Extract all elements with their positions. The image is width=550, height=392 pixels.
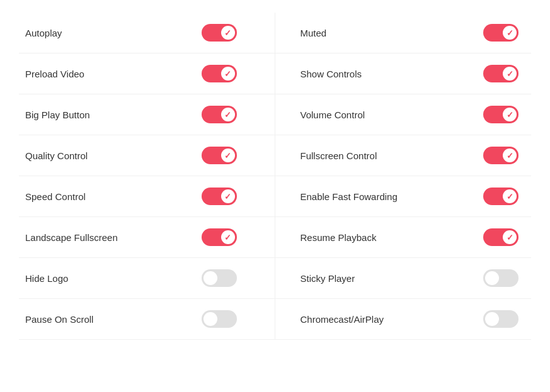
toggle-knob-speed-control: ✓: [221, 189, 235, 203]
toggle-enable-fast-forwarding[interactable]: ✓: [483, 188, 518, 205]
toggle-preload-video[interactable]: ✓: [202, 65, 237, 82]
setting-label-volume-control: Volume Control: [301, 109, 365, 120]
toggle-fullscreen-control[interactable]: ✓: [483, 147, 518, 164]
setting-item-fullscreen-control: Fullscreen Control✓: [275, 135, 532, 176]
check-icon-fullscreen-control: ✓: [507, 151, 513, 160]
check-icon-resume-playback: ✓: [507, 233, 513, 242]
setting-label-landscape-fullscreen: Landscape Fullscreen: [25, 232, 118, 243]
check-icon-volume-control: ✓: [507, 110, 513, 120]
setting-label-sticky-player: Sticky Player: [301, 273, 355, 284]
setting-label-pause-on-scroll: Pause On Scroll: [25, 314, 93, 325]
toggle-knob-autoplay: ✓: [221, 26, 235, 40]
check-icon-enable-fast-forwarding: ✓: [507, 192, 513, 201]
setting-label-autoplay: Autoplay: [25, 28, 62, 38]
check-icon-muted: ✓: [507, 28, 513, 38]
toggle-knob-volume-control: ✓: [503, 108, 517, 121]
toggle-speed-control[interactable]: ✓: [202, 188, 237, 205]
setting-item-hide-logo: Hide Logo: [19, 258, 275, 299]
toggle-show-controls[interactable]: ✓: [483, 65, 518, 82]
toggle-knob-resume-playback: ✓: [503, 230, 517, 244]
toggle-hide-logo[interactable]: [202, 269, 237, 287]
setting-label-fullscreen-control: Fullscreen Control: [301, 150, 377, 161]
toggle-knob-landscape-fullscreen: ✓: [221, 230, 235, 244]
setting-item-autoplay: Autoplay✓: [19, 13, 275, 53]
toggle-chromecast-airplay[interactable]: [483, 310, 518, 328]
toggle-autoplay[interactable]: ✓: [202, 24, 237, 42]
toggle-knob-pause-on-scroll: [203, 312, 217, 326]
setting-item-pause-on-scroll: Pause On Scroll: [19, 299, 275, 340]
check-icon-big-play-button: ✓: [224, 110, 231, 120]
toggle-knob-chromecast-airplay: [485, 312, 499, 326]
setting-item-volume-control: Volume Control✓: [275, 94, 532, 135]
toggle-landscape-fullscreen[interactable]: ✓: [202, 228, 237, 246]
setting-label-resume-playback: Resume Playback: [301, 232, 377, 243]
check-icon-autoplay: ✓: [224, 28, 231, 38]
setting-item-muted: Muted✓: [275, 13, 532, 53]
toggle-resume-playback[interactable]: ✓: [483, 228, 518, 246]
toggle-knob-enable-fast-forwarding: ✓: [503, 189, 517, 203]
setting-item-show-controls: Show Controls✓: [275, 53, 532, 94]
toggle-knob-sticky-player: [485, 271, 499, 285]
setting-label-chromecast-airplay: Chromecast/AirPlay: [301, 314, 384, 325]
setting-item-resume-playback: Resume Playback✓: [275, 217, 532, 258]
toggle-knob-fullscreen-control: ✓: [503, 148, 517, 162]
setting-label-big-play-button: Big Play Button: [25, 109, 90, 120]
setting-item-quality-control: Quality Control✓: [19, 135, 275, 176]
setting-label-enable-fast-forwarding: Enable Fast Fowarding: [301, 191, 398, 202]
check-icon-show-controls: ✓: [507, 69, 513, 79]
toggle-muted[interactable]: ✓: [483, 24, 518, 42]
toggle-knob-show-controls: ✓: [503, 67, 517, 81]
setting-item-big-play-button: Big Play Button✓: [19, 94, 275, 135]
check-icon-landscape-fullscreen: ✓: [224, 233, 231, 242]
setting-item-sticky-player: Sticky Player: [275, 258, 532, 299]
setting-label-show-controls: Show Controls: [301, 69, 362, 79]
toggle-knob-hide-logo: [203, 271, 217, 285]
setting-item-chromecast-airplay: Chromecast/AirPlay: [275, 299, 532, 340]
toggle-volume-control[interactable]: ✓: [483, 106, 518, 123]
toggle-knob-quality-control: ✓: [221, 148, 235, 162]
toggle-pause-on-scroll[interactable]: [202, 310, 237, 328]
setting-item-speed-control: Speed Control✓: [19, 176, 275, 217]
check-icon-speed-control: ✓: [224, 192, 231, 201]
setting-label-hide-logo: Hide Logo: [25, 273, 68, 284]
setting-item-enable-fast-forwarding: Enable Fast Fowarding✓: [275, 176, 532, 217]
toggle-big-play-button[interactable]: ✓: [202, 106, 237, 123]
toggle-knob-preload-video: ✓: [221, 67, 235, 81]
setting-item-landscape-fullscreen: Landscape Fullscreen✓: [19, 217, 275, 258]
toggle-sticky-player[interactable]: [483, 269, 518, 287]
check-icon-preload-video: ✓: [224, 69, 231, 79]
setting-label-speed-control: Speed Control: [25, 191, 86, 202]
setting-label-preload-video: Preload Video: [25, 69, 84, 79]
toggle-knob-big-play-button: ✓: [221, 108, 235, 121]
setting-label-muted: Muted: [301, 28, 327, 38]
toggle-quality-control[interactable]: ✓: [202, 147, 237, 164]
check-icon-quality-control: ✓: [224, 151, 231, 160]
setting-item-preload-video: Preload Video✓: [19, 53, 275, 94]
settings-grid: Autoplay✓Muted✓Preload Video✓Show Contro…: [19, 13, 531, 340]
setting-label-quality-control: Quality Control: [25, 150, 88, 161]
toggle-knob-muted: ✓: [503, 26, 517, 40]
